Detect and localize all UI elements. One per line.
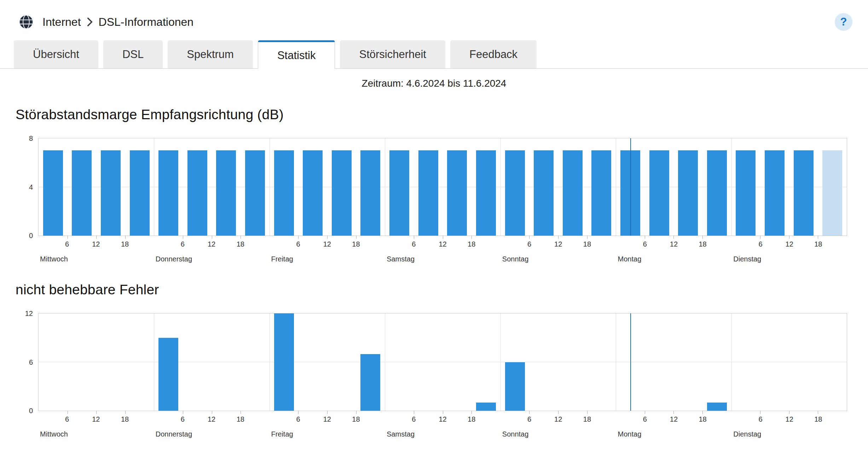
x-tick-label: 12 xyxy=(670,240,678,248)
x-tick-label: 6 xyxy=(65,415,69,423)
data-bar xyxy=(274,313,294,411)
x-tickmark xyxy=(356,411,357,414)
data-bar xyxy=(649,150,669,236)
tab-spektrum[interactable]: Spektrum xyxy=(168,40,253,69)
x-tickmark xyxy=(789,236,789,239)
data-bar xyxy=(43,150,63,236)
data-bar xyxy=(187,150,207,236)
data-bar xyxy=(72,150,92,236)
tab-dsl[interactable]: DSL xyxy=(103,40,163,69)
x-tick-label: 18 xyxy=(699,415,706,423)
data-bar xyxy=(476,403,496,411)
x-tickmark xyxy=(760,236,760,239)
x-tickmark xyxy=(702,236,703,239)
data-bar xyxy=(447,150,467,236)
x-tickmark xyxy=(68,411,68,414)
x-tick-label: 18 xyxy=(583,240,591,248)
x-axis-day-labels: MittwochDonnerstagFreitagSamstagSonntagM… xyxy=(38,255,847,264)
day-label: Samstag xyxy=(387,430,415,438)
y-axis-label: 6 xyxy=(29,359,33,366)
data-bar xyxy=(707,150,727,236)
x-tickmark xyxy=(558,411,559,414)
x-tickmark xyxy=(760,411,760,414)
day-label: Mittwoch xyxy=(40,255,68,263)
x-tick-label: 6 xyxy=(527,240,531,248)
x-tickmark xyxy=(183,236,183,239)
uncorrectable-errors-chart-section: nicht behebbare Fehler 0612 612186121861… xyxy=(0,282,868,439)
tab-statistik[interactable]: Statistik xyxy=(258,40,335,69)
day-boundary-gridline xyxy=(731,138,732,236)
x-tick-label: 18 xyxy=(121,415,129,423)
x-tickmark xyxy=(818,236,818,239)
x-tickmark xyxy=(298,236,299,239)
day-boundary-gridline xyxy=(270,313,270,411)
x-tickmark xyxy=(212,236,212,239)
day-label: Freitag xyxy=(271,430,293,438)
x-tick-label: 6 xyxy=(527,415,531,423)
x-tick-label: 6 xyxy=(643,415,647,423)
help-button[interactable]: ? xyxy=(835,13,852,31)
x-tick-label: 18 xyxy=(468,415,475,423)
breadcrumb-internet-link[interactable]: Internet xyxy=(42,16,81,29)
x-tickmark xyxy=(96,236,97,239)
x-tick-label: 18 xyxy=(237,415,244,423)
chart-plot: 0612 xyxy=(38,313,847,411)
data-bar xyxy=(534,150,554,236)
day-boundary-gridline xyxy=(385,138,385,236)
tab-feedback[interactable]: Feedback xyxy=(450,40,537,69)
y-axis-label: 0 xyxy=(29,232,33,239)
x-tick-label: 12 xyxy=(323,415,331,423)
x-tickmark xyxy=(183,411,183,414)
day-boundary-gridline xyxy=(616,138,616,236)
x-tick-label: 6 xyxy=(65,240,69,248)
x-tick-label: 12 xyxy=(208,240,215,248)
tab-uebersicht[interactable]: Übersicht xyxy=(14,40,98,69)
x-tickmark xyxy=(702,411,703,414)
snr-margin-chart-section: Störabstandsmarge Empfangsrichtung (dB) … xyxy=(0,107,868,264)
y-axis-label: 4 xyxy=(29,184,33,191)
x-tickmark xyxy=(645,411,645,414)
day-boundary-gridline xyxy=(500,313,501,411)
day-boundary-gridline xyxy=(500,138,501,236)
day-label: Montag xyxy=(618,430,642,438)
x-tick-label: 12 xyxy=(92,415,100,423)
day-label: Dienstag xyxy=(733,255,761,263)
x-tickmark xyxy=(558,236,559,239)
data-bar xyxy=(332,150,352,236)
x-tickmark xyxy=(241,236,241,239)
x-tick-label: 18 xyxy=(468,240,475,248)
data-bar xyxy=(822,150,842,236)
resync-event-line xyxy=(630,313,631,411)
data-bar xyxy=(505,150,525,236)
x-axis-day-labels: MittwochDonnerstagFreitagSamstagSonntagM… xyxy=(38,430,847,439)
tab-stoersicherheit[interactable]: Störsicherheit xyxy=(340,40,445,69)
x-tick-label: 12 xyxy=(554,415,562,423)
x-tick-label: 6 xyxy=(412,415,416,423)
x-tick-label: 12 xyxy=(554,240,562,248)
x-tickmark xyxy=(673,236,674,239)
x-tick-label: 6 xyxy=(643,240,647,248)
data-bar xyxy=(303,150,323,236)
day-label: Freitag xyxy=(271,255,293,263)
x-tick-label: 18 xyxy=(352,415,360,423)
x-tick-label: 18 xyxy=(699,240,706,248)
x-tick-label: 18 xyxy=(814,240,822,248)
data-bar xyxy=(360,150,380,236)
day-boundary-gridline xyxy=(616,313,616,411)
period-label: Zeitraum: 4.6.2024 bis 11.6.2024 xyxy=(0,78,868,89)
x-tickmark xyxy=(298,411,299,414)
x-tick-label: 18 xyxy=(237,240,244,248)
data-bar xyxy=(274,150,294,236)
data-bar xyxy=(158,150,178,236)
data-bar xyxy=(216,150,236,236)
x-tick-label: 6 xyxy=(296,415,300,423)
x-tickmark xyxy=(673,411,674,414)
data-bar xyxy=(707,403,727,411)
data-bar xyxy=(563,150,583,236)
x-tickmark xyxy=(789,411,789,414)
resync-event-line xyxy=(630,138,631,236)
day-label: Donnerstag xyxy=(156,255,192,263)
data-bar xyxy=(736,150,756,236)
data-bar xyxy=(765,150,785,236)
x-tickmark xyxy=(529,411,530,414)
